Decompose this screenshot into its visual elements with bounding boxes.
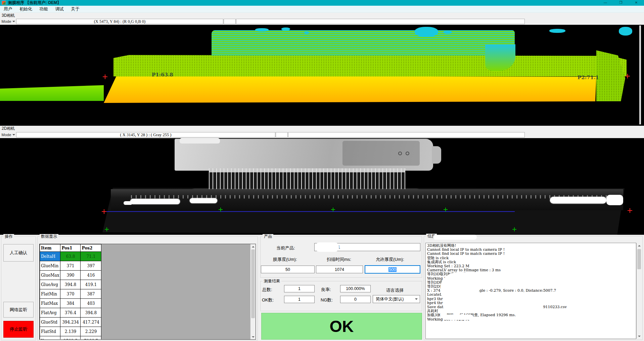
chevron-down-icon — [12, 21, 15, 23]
grid-scrollbar[interactable] — [250, 244, 256, 339]
connector-housing-bar — [111, 189, 623, 210]
measure-point-cross — [219, 208, 223, 212]
redaction-smudge — [315, 242, 339, 252]
yield-field[interactable]: 100.000% — [340, 285, 371, 292]
glue-blob — [190, 198, 217, 203]
log-line: 登陆 is click — [427, 256, 635, 260]
current-product-label: 当前产品: — [276, 245, 295, 250]
p2-measure-label: P2:71.1 — [578, 74, 599, 80]
ng-count-label: NG数: — [321, 297, 333, 302]
redaction-smudge — [478, 292, 619, 300]
camera2d-mode-button[interactable]: Mode — [1, 132, 16, 137]
yield-label: 良率: — [321, 287, 331, 292]
viewport-edge-line — [639, 25, 641, 124]
language-dropdown[interactable]: 简体中文(默认) — [373, 295, 420, 303]
debris-blob — [304, 32, 309, 34]
log-scrollbar[interactable] — [636, 243, 642, 339]
total-field[interactable]: 1 — [284, 285, 315, 292]
stop-listen-button[interactable]: 停止监听 — [3, 321, 34, 338]
table-row: DeltaH 63.8 71.1 — [40, 252, 101, 261]
col-item: Item — [40, 244, 60, 252]
log-line: Save dat 9110233.csv — [427, 305, 635, 309]
measurement-table: Item Pos1 Pos2 DeltaH 63.8 71.1 GlueMin … — [40, 244, 101, 340]
language-select-label: 语言选择 — [386, 288, 404, 293]
camera2d-toolbar-box — [276, 132, 288, 137]
menu-about[interactable]: 关于 — [67, 6, 83, 12]
p2-cross-marker — [625, 74, 630, 78]
maximize-icon[interactable]: ❐ — [613, 0, 629, 6]
film-thickness-field[interactable]: 50 — [261, 266, 315, 273]
camera3d-section-strip: 3D相机 — [0, 13, 644, 18]
table-header-row: Item Pos1 Pos2 — [40, 244, 101, 252]
heightmap-right-end — [596, 50, 625, 101]
camera2d-mode-bar: Mode ( X 3145, Y 28 ) : ( Gray 255 ) — [0, 132, 644, 138]
col-pos2: Pos2 — [81, 244, 101, 252]
camera3d-mode-button[interactable]: Mode — [1, 19, 16, 24]
camera3d-mode-bar: Mode (X 5473, Y 84) : (R 0,G 0,B 0) — [0, 18, 644, 25]
ok-count-label: OK数: — [262, 297, 274, 302]
data-display-group-label: 数据显示 — [40, 234, 58, 239]
selected-text: 500 — [388, 267, 397, 272]
log-scrollbar-thumb[interactable] — [637, 249, 641, 269]
camera3d-pixel-readout: (X 5473, Y 84) : (R 0,G 0,B 0) — [16, 19, 223, 24]
edge-cross-left — [102, 209, 106, 214]
scroll-up-icon[interactable] — [250, 244, 256, 249]
col-pos1: Pos1 — [60, 244, 81, 252]
table-row: FlatStd 2.139 2.229 — [40, 327, 101, 336]
camera2d-pixel-readout: ( X 3145, Y 28 ) : ( Gray 255 ) — [16, 132, 275, 137]
pcb-glare — [180, 138, 220, 144]
close-icon[interactable]: ✕ — [629, 0, 644, 6]
camera2d-viewport[interactable] — [0, 138, 644, 235]
table-row: FlatAvg 376.4 394.8 — [40, 308, 101, 318]
p1-cross-marker — [103, 74, 107, 79]
redaction-smudge — [433, 235, 477, 240]
camera3d-viewport[interactable]: P1:63.8 P2:71.1 — [0, 25, 644, 126]
total-label: 总数: — [262, 287, 272, 292]
measure-point-cross — [444, 208, 448, 212]
menu-debug[interactable]: 调试 — [52, 6, 67, 12]
debris-blob — [619, 27, 632, 36]
heightmap-mid-band — [113, 55, 627, 76]
camera3d-toolbar-box2 — [236, 19, 525, 24]
camera3d-section-label: 3D相机 — [2, 13, 15, 18]
ng-count-field[interactable]: 0 — [340, 296, 371, 303]
measure-line — [106, 211, 515, 212]
results-group-label: 测量结果 — [263, 279, 281, 283]
connector-top-edge — [209, 168, 405, 172]
edge-cross-right — [628, 208, 632, 213]
menu-initialize[interactable]: 初始化 — [16, 6, 36, 12]
redaction-smudge — [443, 315, 473, 320]
scroll-down-icon[interactable] — [637, 334, 642, 339]
scroll-up-icon[interactable] — [637, 243, 642, 248]
redaction-smudge — [441, 272, 479, 305]
table-row: GlueMin 371 397 — [40, 261, 101, 271]
table-row: GlueStd 394.234 417.274 — [40, 318, 101, 327]
menu-function[interactable]: 功能 — [36, 6, 52, 12]
scroll-down-icon[interactable] — [250, 334, 256, 339]
measurement-grid: Item Pos1 Pos2 DeltaH 63.8 71.1 GlueMin … — [39, 244, 256, 340]
result-status-banner: OK — [261, 313, 422, 340]
table-row: GlueMax 390 416 — [40, 271, 101, 280]
ok-count-field[interactable]: 1 — [284, 296, 315, 303]
menu-bar: 用户 初始化 功能 调试 关于 — [0, 6, 644, 13]
heightmap-left-strip — [0, 85, 104, 101]
debris-blob — [443, 31, 452, 34]
manual-confirm-button[interactable]: 人工确认 — [3, 244, 34, 262]
menu-user[interactable]: 用户 — [0, 6, 16, 12]
pcb-hole — [406, 152, 409, 155]
allowed-thickness-field[interactable]: 500 — [365, 265, 420, 274]
chevron-down-icon — [415, 298, 418, 301]
table-row: X 2583.5 7966.7 — [40, 336, 101, 340]
scan-time-field[interactable]: 1074 — [316, 266, 363, 273]
pcb-hole — [398, 152, 402, 155]
log-line: Cannot find local IP to match camera IP … — [427, 252, 635, 256]
allowed-thickness-label: 允许厚度(Um): — [376, 257, 404, 262]
scan-time-label: 扫描时间ms: — [327, 257, 351, 262]
measure-point-cross — [105, 227, 109, 231]
minimize-icon[interactable]: — — [598, 0, 613, 6]
network-listen-button[interactable]: 网络监听 — [3, 302, 34, 318]
glue-blob — [550, 197, 606, 204]
grid-scrollbar-thumb[interactable] — [251, 249, 255, 318]
glue-blob — [130, 199, 180, 204]
camera2d-toolbar-box2 — [288, 132, 525, 137]
